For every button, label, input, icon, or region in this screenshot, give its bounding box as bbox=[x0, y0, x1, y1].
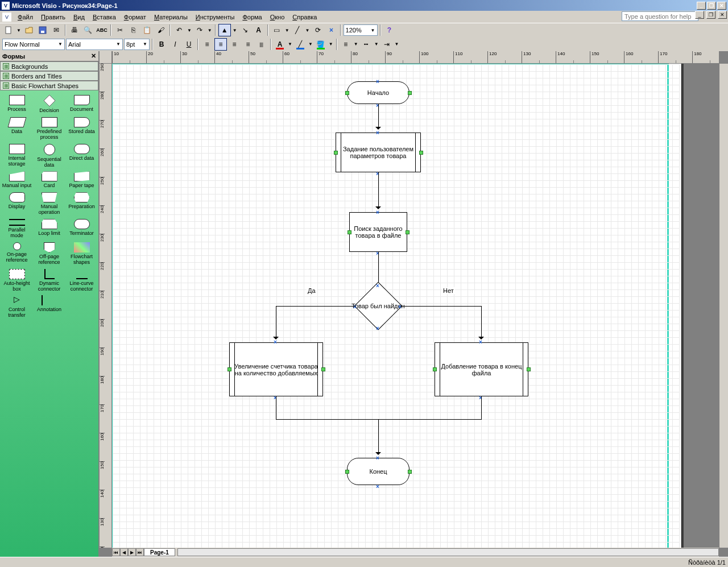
menu-вид[interactable]: Вид bbox=[69, 13, 89, 22]
line-weight-dropdown[interactable]: ▼ bbox=[353, 42, 359, 47]
undo-dropdown[interactable]: ▼ bbox=[187, 28, 192, 33]
shape-flowchart-shapes[interactable]: Flowchart shapes bbox=[66, 242, 97, 266]
tab-prev-button[interactable]: ◀ bbox=[120, 548, 128, 556]
line-pattern-dropdown[interactable]: ▼ bbox=[374, 42, 379, 47]
line-pattern-button[interactable]: ┅ bbox=[360, 38, 373, 51]
selection-handle[interactable] bbox=[408, 91, 412, 95]
doc-restore-button[interactable]: ❐ bbox=[706, 11, 715, 19]
page-tab[interactable]: Page-1 bbox=[144, 548, 175, 556]
shape-decision[interactable]: Decision bbox=[34, 95, 65, 114]
shape-end[interactable]: Конец bbox=[347, 458, 410, 485]
selection-handle[interactable] bbox=[408, 470, 412, 474]
shapes-close-button[interactable]: ✕ bbox=[91, 52, 96, 60]
connection-x-icon[interactable]: × bbox=[479, 339, 483, 343]
shape-start[interactable]: Начало bbox=[347, 81, 410, 104]
shape-terminator[interactable]: Terminator bbox=[66, 219, 97, 239]
selection-handle[interactable] bbox=[348, 230, 351, 234]
format-painter-button[interactable]: 🖌 bbox=[155, 24, 167, 36]
selection-handle[interactable] bbox=[406, 230, 410, 234]
line-weight-button[interactable]: ≡ bbox=[340, 38, 352, 51]
line-ends-button[interactable]: ⇥ bbox=[380, 38, 393, 51]
selection-handle[interactable] bbox=[433, 367, 437, 371]
font-combo[interactable]: Arial▼ bbox=[66, 39, 123, 50]
stencil-basic-flowchart-shapes[interactable]: ▦Basic Flowchart Shapes bbox=[0, 81, 98, 90]
shape-line-curve-connector[interactable]: Line-curve connector bbox=[66, 269, 97, 292]
selection-handle[interactable] bbox=[228, 367, 231, 371]
fill-color-button[interactable]: 🪣 bbox=[315, 38, 327, 51]
connector[interactable] bbox=[276, 396, 276, 419]
horizontal-scrollbar[interactable] bbox=[177, 548, 719, 556]
shape-document[interactable]: Document bbox=[66, 95, 97, 114]
help-search-input[interactable] bbox=[622, 11, 698, 21]
connector[interactable] bbox=[481, 306, 482, 337]
close-button[interactable]: ✕ bbox=[717, 2, 726, 10]
menu-окно[interactable]: Окно bbox=[266, 13, 289, 22]
shape-off-page-reference[interactable]: Off-page reference bbox=[34, 242, 65, 266]
print-preview-button[interactable]: 🔍 bbox=[82, 24, 94, 36]
shape-auto-height-box[interactable]: Auto-height box bbox=[1, 269, 32, 292]
pointer-tool[interactable]: ▲ bbox=[218, 24, 231, 36]
zoom-combo[interactable]: 120%▼ bbox=[344, 24, 378, 36]
connector[interactable] bbox=[378, 252, 379, 286]
style-combo[interactable]: Flow Normal▼ bbox=[2, 39, 65, 50]
connector[interactable] bbox=[401, 306, 482, 307]
line-ends-dropdown[interactable]: ▼ bbox=[394, 42, 400, 47]
menu-материалы[interactable]: Материалы bbox=[150, 13, 192, 22]
drawing-page[interactable]: Начало × × Задание пользователем парамет… bbox=[112, 64, 682, 548]
minimize-button[interactable]: _ bbox=[697, 2, 706, 10]
selection-handle[interactable] bbox=[345, 91, 349, 95]
print-button[interactable]: 🖶 bbox=[68, 24, 81, 36]
bold-button[interactable]: B bbox=[155, 38, 168, 51]
label-yes[interactable]: Да bbox=[307, 287, 317, 294]
undo-button[interactable]: ↶ bbox=[173, 24, 185, 36]
connector[interactable] bbox=[276, 306, 276, 337]
shape-data[interactable]: Data bbox=[1, 117, 32, 140]
new-dropdown[interactable]: ▼ bbox=[16, 28, 22, 33]
menu-формат[interactable]: Формат bbox=[120, 13, 150, 22]
rotate-tool[interactable]: ⟳ bbox=[312, 24, 324, 36]
connection-x-icon[interactable]: × bbox=[376, 483, 380, 488]
shape-dynamic-connector[interactable]: Dynamic connector bbox=[34, 269, 65, 292]
connection-x-icon[interactable]: × bbox=[376, 209, 380, 214]
size-combo[interactable]: 8pt▼ bbox=[124, 39, 150, 50]
align-right-button[interactable]: ≡ bbox=[228, 38, 241, 51]
italic-button[interactable]: I bbox=[169, 38, 181, 51]
font-color-dropdown[interactable]: ▼ bbox=[287, 42, 293, 47]
shape-dropdown[interactable]: ▼ bbox=[284, 28, 290, 33]
connection-x-icon[interactable]: × bbox=[376, 325, 380, 330]
stencil-backgrounds[interactable]: ▦Backgrounds bbox=[0, 61, 98, 71]
shape-paper-tape[interactable]: Paper tape bbox=[66, 171, 97, 189]
pointer-dropdown[interactable]: ▼ bbox=[232, 28, 238, 33]
ruler-horizontal[interactable]: 1020304050607080901001101201301401501601… bbox=[112, 51, 719, 64]
menu-справка[interactable]: Справка bbox=[288, 13, 321, 22]
shape-left[interactable]: Увеличение счетчика товара на количество… bbox=[229, 342, 323, 396]
menu-инструменты[interactable]: Инструменты bbox=[192, 13, 239, 22]
vertical-scrollbar[interactable] bbox=[719, 64, 728, 548]
connection-x-icon[interactable]: × bbox=[376, 130, 380, 134]
connector[interactable] bbox=[481, 396, 482, 419]
rectangle-tool[interactable]: ▭ bbox=[271, 24, 283, 36]
shape-manual-operation[interactable]: Manual operation bbox=[34, 192, 65, 216]
maximize-button[interactable]: ❐ bbox=[707, 2, 716, 10]
font-color-button[interactable]: A bbox=[274, 38, 286, 51]
shape-internal-storage[interactable]: Internal storage bbox=[1, 144, 32, 168]
save-button[interactable] bbox=[36, 24, 49, 36]
copy-button[interactable]: ⎘ bbox=[127, 24, 140, 36]
connector[interactable] bbox=[378, 172, 379, 206]
connector[interactable] bbox=[276, 306, 355, 307]
shape-preparation[interactable]: Preparation bbox=[66, 192, 97, 216]
connector-tool[interactable]: ↘ bbox=[239, 24, 251, 36]
tab-next-button[interactable]: ▶ bbox=[128, 548, 136, 556]
shape-predefined-process[interactable]: Predefined process bbox=[34, 117, 65, 140]
connector[interactable] bbox=[378, 104, 379, 127]
align-justify-button[interactable]: ≡ bbox=[242, 38, 254, 51]
shape-loop-limit[interactable]: Loop limit bbox=[34, 219, 65, 239]
align-center-button[interactable]: ≡ bbox=[214, 38, 227, 51]
line-color-dropdown[interactable]: ▼ bbox=[308, 42, 313, 47]
connection-x-icon[interactable]: × bbox=[274, 339, 278, 343]
shape-control-transfer[interactable]: Control transfer bbox=[1, 295, 32, 318]
shape-direct-data[interactable]: Direct data bbox=[66, 144, 97, 168]
menu-файл[interactable]: Файл bbox=[14, 13, 37, 22]
shape-parallel-mode[interactable]: Parallel mode bbox=[1, 219, 32, 239]
ruler-vertical[interactable]: 2902802702602502402302202102001901801701… bbox=[100, 64, 112, 548]
